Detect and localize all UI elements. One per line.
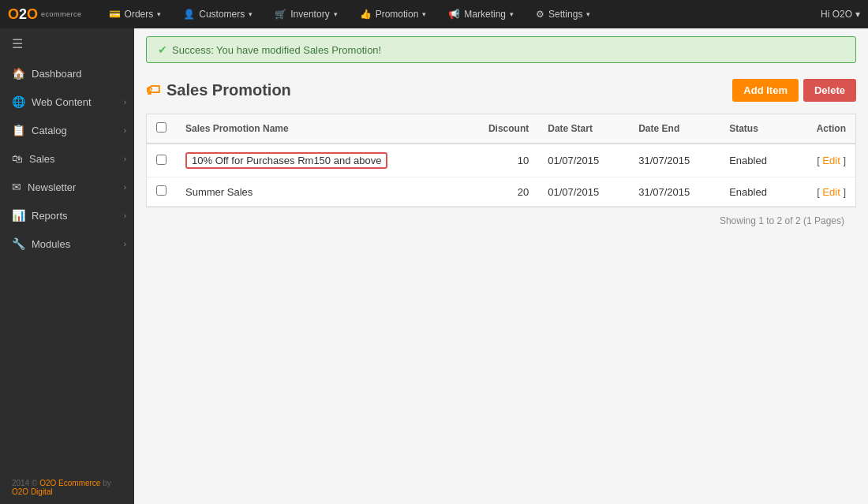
logo-text: O2O bbox=[8, 6, 38, 23]
inventory-icon: 🛒 bbox=[275, 9, 286, 20]
table-head: Sales Promotion Name Discount Date Start… bbox=[147, 114, 855, 144]
row1-edit-link[interactable]: Edit bbox=[822, 155, 840, 166]
nav-customers[interactable]: 👤 Customers ▾ bbox=[172, 0, 264, 28]
add-item-button[interactable]: Add Item bbox=[732, 79, 799, 102]
web-content-icon: 🌐 bbox=[12, 95, 25, 108]
newsletter-icon: ✉ bbox=[12, 181, 21, 193]
row1-status: Enabled bbox=[720, 144, 793, 177]
row2-status: Enabled bbox=[720, 177, 793, 207]
chevron-down-icon: ▾ bbox=[422, 10, 426, 18]
chevron-right-icon: › bbox=[124, 126, 126, 135]
promotions-table: Sales Promotion Name Discount Date Start… bbox=[147, 114, 855, 207]
sidebar-item-sales[interactable]: 🛍 Sales › bbox=[0, 144, 134, 173]
sidebar-item-sales-label: Sales bbox=[29, 153, 55, 165]
chevron-right-icon: › bbox=[124, 240, 126, 248]
row1-name: 10% Off for Purchases Rm150 and above bbox=[185, 152, 387, 169]
sidebar-item-modules-label: Modules bbox=[32, 238, 70, 250]
sidebar-item-webcontent-label: Web Content bbox=[32, 96, 92, 108]
logo-sub: ecommerce bbox=[41, 10, 82, 18]
row1-checkbox[interactable] bbox=[156, 155, 166, 165]
alert-message: Success: You have modified Sales Promoti… bbox=[172, 44, 381, 56]
catalog-icon: 📋 bbox=[12, 124, 25, 136]
marketing-icon: 📢 bbox=[448, 9, 460, 20]
row2-name: Summer Sales bbox=[185, 186, 253, 198]
table-row: 10% Off for Purchases Rm150 and above 10… bbox=[147, 144, 855, 177]
row2-edit-link[interactable]: Edit bbox=[822, 186, 840, 198]
select-all-checkbox[interactable] bbox=[156, 122, 166, 133]
main-layout: ☰ 🏠 Dashboard 🌐 Web Content › 📋 Catalog … bbox=[0, 28, 868, 504]
nav-inventory[interactable]: 🛒 Inventory ▾ bbox=[264, 0, 348, 28]
footer-link-ecommerce[interactable]: O2O Ecommerce bbox=[39, 479, 100, 487]
sidebar-item-webcontent[interactable]: 🌐 Web Content › bbox=[0, 88, 134, 116]
success-icon: ✔ bbox=[158, 43, 167, 56]
row2-name-cell: Summer Sales bbox=[176, 177, 462, 207]
promotion-icon: 👍 bbox=[360, 9, 372, 20]
nav-promotion[interactable]: 👍 Promotion ▾ bbox=[349, 0, 438, 28]
nav-settings[interactable]: ⚙ Settings ▾ bbox=[525, 0, 601, 28]
footer-link-digital[interactable]: O2O Digital bbox=[12, 487, 53, 496]
row2-discount: 20 bbox=[462, 177, 538, 207]
user-menu[interactable]: Hi O2O ▾ bbox=[821, 9, 860, 20]
reports-icon: 📊 bbox=[12, 209, 25, 222]
chevron-right-icon: › bbox=[124, 155, 126, 163]
hi-user-text: Hi O2O bbox=[821, 9, 852, 20]
sidebar: ☰ 🏠 Dashboard 🌐 Web Content › 📋 Catalog … bbox=[0, 28, 134, 504]
nav-marketing[interactable]: 📢 Marketing ▾ bbox=[437, 0, 525, 28]
sidebar-item-dashboard-label: Dashboard bbox=[32, 68, 82, 80]
page-content: 🏷 Sales Promotion Add Item Delete bbox=[134, 71, 868, 242]
nav-orders[interactable]: 💳 Orders ▾ bbox=[98, 0, 173, 28]
orders-icon: 💳 bbox=[109, 9, 121, 20]
page-title: 🏷 Sales Promotion bbox=[146, 81, 291, 99]
nav-orders-label: Orders bbox=[125, 9, 154, 20]
page-header: 🏷 Sales Promotion Add Item Delete bbox=[146, 79, 856, 102]
header-buttons: Add Item Delete bbox=[732, 79, 856, 102]
sidebar-item-newsletter[interactable]: ✉ Newsletter › bbox=[0, 173, 134, 201]
chevron-down-icon: ▾ bbox=[586, 10, 590, 18]
sidebar-item-reports-label: Reports bbox=[32, 210, 68, 222]
nav-marketing-label: Marketing bbox=[464, 9, 506, 20]
chevron-down-icon: ▾ bbox=[334, 10, 338, 18]
pagination-info: Showing 1 to 2 of 2 (1 Pages) bbox=[146, 207, 856, 234]
table-header-row: Sales Promotion Name Discount Date Start… bbox=[147, 114, 855, 144]
row2-date-end: 31/07/2015 bbox=[629, 177, 720, 207]
chevron-right-icon: › bbox=[124, 98, 126, 106]
header-date-end: Date End bbox=[629, 114, 720, 144]
row2-date-start: 01/07/2015 bbox=[538, 177, 629, 207]
settings-icon: ⚙ bbox=[536, 9, 544, 20]
header-action: Action bbox=[793, 114, 855, 144]
nav-settings-label: Settings bbox=[548, 9, 582, 20]
sales-icon: 🛍 bbox=[12, 152, 23, 165]
nav-menu: 💳 Orders ▾ 👤 Customers ▾ 🛒 Inventory ▾ 👍… bbox=[98, 0, 821, 28]
row2-checkbox[interactable] bbox=[156, 185, 166, 196]
sidebar-item-dashboard[interactable]: 🏠 Dashboard bbox=[0, 59, 134, 88]
row1-date-end: 31/07/2015 bbox=[629, 144, 720, 177]
promotions-table-wrap: Sales Promotion Name Discount Date Start… bbox=[146, 114, 856, 207]
delete-button[interactable]: Delete bbox=[803, 79, 856, 102]
nav-promotion-label: Promotion bbox=[376, 9, 419, 20]
sidebar-footer: 2014 © O2O Ecommerce by O2O Digital bbox=[0, 471, 134, 504]
chevron-right-icon: › bbox=[124, 183, 126, 192]
promotion-title-icon: 🏷 bbox=[146, 82, 160, 99]
row1-date-start: 01/07/2015 bbox=[538, 144, 629, 177]
chevron-down-icon: ▾ bbox=[249, 10, 253, 18]
sidebar-item-modules[interactable]: 🔧 Modules › bbox=[0, 230, 134, 258]
header-discount: Discount bbox=[462, 114, 538, 144]
success-alert: ✔ Success: You have modified Sales Promo… bbox=[146, 36, 856, 63]
sidebar-toggle[interactable]: ☰ bbox=[0, 28, 134, 59]
top-navigation: O2O ecommerce 💳 Orders ▾ 👤 Customers ▾ 🛒… bbox=[0, 0, 868, 28]
row2-checkbox-cell bbox=[147, 177, 176, 207]
logo[interactable]: O2O ecommerce bbox=[8, 6, 82, 23]
nav-customers-label: Customers bbox=[199, 9, 245, 20]
row1-action: [ Edit ] bbox=[793, 144, 855, 177]
sidebar-item-catalog[interactable]: 📋 Catalog › bbox=[0, 116, 134, 144]
header-checkbox-cell bbox=[147, 114, 176, 144]
chevron-down-icon: ▾ bbox=[510, 10, 514, 18]
page-title-text: Sales Promotion bbox=[166, 81, 291, 99]
sidebar-item-reports[interactable]: 📊 Reports › bbox=[0, 201, 134, 230]
row1-name-cell: 10% Off for Purchases Rm150 and above bbox=[176, 144, 462, 177]
chevron-down-icon: ▾ bbox=[855, 9, 860, 20]
modules-icon: 🔧 bbox=[12, 237, 25, 250]
header-status: Status bbox=[720, 114, 793, 144]
chevron-down-icon: ▾ bbox=[157, 10, 161, 18]
row1-checkbox-cell bbox=[147, 144, 176, 177]
